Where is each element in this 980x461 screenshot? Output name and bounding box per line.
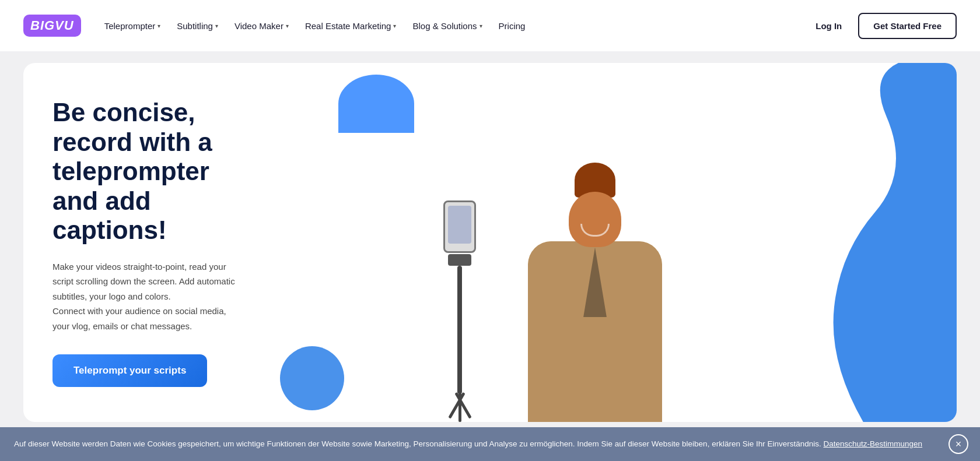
nav-links: Teleprompter ▾ Subtitling ▾ Video Maker … <box>97 16 804 36</box>
person-figure <box>528 163 662 422</box>
nav-item-subtitling[interactable]: Subtitling ▾ <box>170 16 225 36</box>
logo[interactable]: BIGVU <box>23 15 81 37</box>
person-head <box>569 192 621 247</box>
hero-person-area <box>338 163 852 422</box>
nav-item-pricing[interactable]: Pricing <box>492 16 533 36</box>
nav-item-real-estate[interactable]: Real Estate Marketing ▾ <box>298 16 404 36</box>
deco-circle-bottom <box>280 346 344 410</box>
hero-subtext: Make your videos straight-to-point, read… <box>52 259 239 334</box>
hero-left: Be concise, record with a teleprompter a… <box>23 63 268 422</box>
nav-item-teleprompter[interactable]: Teleprompter ▾ <box>97 16 168 36</box>
tripod-assembly <box>443 200 476 422</box>
hero-section: Be concise, record with a teleprompter a… <box>0 51 980 445</box>
cookie-banner: Auf dieser Website werden Daten wie Cook… <box>0 427 980 461</box>
hero-right <box>268 63 957 422</box>
nav-item-blog[interactable]: Blog & Solutions ▾ <box>405 16 489 36</box>
nav-item-video-maker[interactable]: Video Maker ▾ <box>228 16 296 36</box>
chevron-down-icon: ▾ <box>286 23 289 29</box>
navbar: BIGVU Teleprompter ▾ Subtitling ▾ Video … <box>0 0 980 51</box>
cookie-close-button[interactable]: × <box>949 434 968 454</box>
chevron-down-icon: ▾ <box>215 23 218 29</box>
chevron-down-icon: ▾ <box>158 23 160 29</box>
nav-right: Log In Get Started Free <box>808 13 957 39</box>
deco-circle <box>338 75 414 133</box>
get-started-button[interactable]: Get Started Free <box>858 13 957 39</box>
chevron-down-icon: ▾ <box>393 23 396 29</box>
login-button[interactable]: Log In <box>808 16 849 36</box>
cookie-privacy-link[interactable]: Datenschutz-Bestimmungen <box>824 439 923 448</box>
hero-heading: Be concise, record with a teleprompter a… <box>52 98 239 245</box>
hero-cta-button[interactable]: Teleprompt your scripts <box>52 354 207 387</box>
hero-card: Be concise, record with a teleprompter a… <box>23 63 957 422</box>
phone-device <box>443 200 476 253</box>
person-body <box>528 241 662 422</box>
chevron-down-icon: ▾ <box>480 23 482 29</box>
